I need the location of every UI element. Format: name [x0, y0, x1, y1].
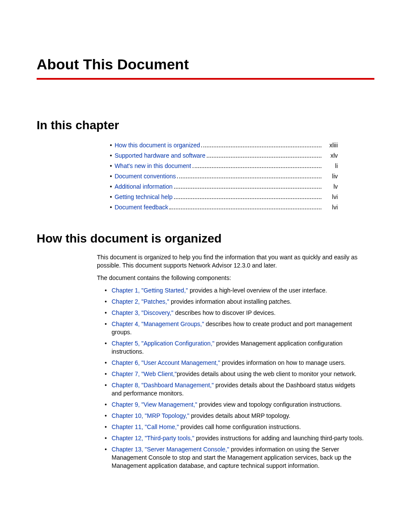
toc-link[interactable]: Supported hardware and software: [115, 150, 206, 161]
section-heading-how-organized: How this document is organized: [37, 232, 374, 246]
chapter-link[interactable]: Chapter 3, "Discovery,": [112, 309, 174, 316]
body-paragraph: The document contains the following comp…: [97, 274, 366, 282]
toc-leader-dots: [174, 188, 321, 189]
chapter-list-item: Chapter 10, "MRP Topology," provides det…: [105, 412, 366, 420]
toc-link[interactable]: Getting technical help: [115, 192, 173, 202]
toc: •How this document is organizedxliii•Sup…: [110, 140, 338, 212]
chapter-list-item: Chapter 6, "User Account Management," pr…: [105, 359, 366, 367]
chapter-description: provides a high-level overview of the us…: [188, 287, 327, 294]
chapter-description: provides call home configuration instruc…: [179, 423, 301, 430]
chapter-description: provides information on how to manage us…: [220, 359, 346, 366]
toc-leader-dots: [193, 167, 321, 168]
chapter-list-item: Chapter 13, "Server Management Console,"…: [105, 445, 366, 470]
chapter-link[interactable]: Chapter 4, "Management Groups,": [112, 320, 204, 327]
body-paragraph: This document is organized to help you f…: [97, 253, 366, 270]
toc-row: •Additional informationlv: [110, 181, 338, 192]
bullet-icon: •: [110, 150, 115, 161]
chapter-list-item: Chapter 4, "Management Groups," describe…: [105, 320, 366, 336]
toc-link[interactable]: How this document is organized: [115, 140, 200, 150]
chapter-link[interactable]: Chapter 6, "User Account Management,": [112, 359, 220, 366]
chapter-description: provides instructions for adding and lau…: [194, 435, 364, 442]
toc-row: •Document feedbacklvi: [110, 202, 338, 212]
document-page: About This Document In this chapter •How…: [0, 0, 411, 532]
toc-leader-dots: [201, 146, 321, 147]
toc-row: •What's new in this documentli: [110, 161, 338, 171]
toc-leader-dots: [177, 177, 321, 178]
bullet-icon: •: [110, 140, 115, 150]
toc-page-number: lv: [324, 181, 338, 192]
chapter-list-item: Chapter 7, "Web Client,"provides details…: [105, 370, 366, 378]
chapter-link[interactable]: Chapter 7, "Web Client,": [112, 370, 177, 377]
bullet-icon: •: [110, 202, 115, 212]
bullet-icon: •: [110, 161, 115, 171]
chapter-list-item: Chapter 5, "Application Configuration," …: [105, 339, 366, 356]
toc-page-number: lvi: [324, 202, 338, 212]
toc-page-number: xliii: [324, 140, 338, 150]
bullet-icon: •: [110, 171, 115, 181]
toc-leader-dots: [169, 208, 321, 209]
chapter-link[interactable]: Chapter 12, "Third-party tools,": [112, 435, 194, 442]
chapter-description: provides view and topology configuration…: [197, 401, 342, 408]
toc-leader-dots: [207, 157, 321, 158]
chapter-list-item: Chapter 9, "View Management," provides v…: [105, 401, 366, 409]
body-block: This document is organized to help you f…: [97, 253, 366, 470]
chapter-link[interactable]: Chapter 2, "Patches,": [112, 298, 169, 305]
toc-page-number: xlv: [324, 150, 338, 161]
chapter-list-item: Chapter 12, "Third-party tools," provide…: [105, 434, 366, 442]
toc-page-number: li: [324, 161, 338, 171]
bullet-icon: •: [110, 181, 115, 192]
chapter-list-item: Chapter 11, "Call Home," provides call h…: [105, 423, 366, 431]
chapter-list-item: Chapter 3, "Discovery," describes how to…: [105, 309, 366, 317]
toc-link[interactable]: Additional information: [115, 181, 173, 192]
chapter-description: provides details about using the web cli…: [177, 370, 356, 377]
toc-page-number: lvi: [324, 192, 338, 202]
chapter-list-item: Chapter 2, "Patches," provides informati…: [105, 298, 366, 306]
chapter-description: describes how to discover IP devices.: [174, 309, 276, 316]
toc-link[interactable]: Document conventions: [115, 171, 176, 181]
chapter-link[interactable]: Chapter 13, "Server Management Console,": [112, 446, 229, 453]
chapter-description: provides details about MRP topology.: [189, 412, 290, 419]
toc-row: •Document conventionsliv: [110, 171, 338, 181]
toc-leader-dots: [174, 198, 321, 199]
toc-link[interactable]: What's new in this document: [115, 161, 191, 171]
toc-row: •How this document is organizedxliii: [110, 140, 338, 150]
chapter-link[interactable]: Chapter 10, "MRP Topology,": [112, 412, 189, 419]
page-title: About This Document: [37, 56, 374, 73]
bullet-icon: •: [110, 192, 115, 202]
toc-page-number: liv: [324, 171, 338, 181]
toc-row: •Getting technical helplvi: [110, 192, 338, 202]
chapter-link[interactable]: Chapter 8, "Dashboard Management,": [112, 382, 214, 389]
chapter-list-item: Chapter 8, "Dashboard Management," provi…: [105, 381, 366, 398]
chapter-link[interactable]: Chapter 9, "View Management,": [112, 401, 197, 408]
chapter-description: provides information about installing pa…: [169, 298, 292, 305]
section-heading-in-this-chapter: In this chapter: [37, 118, 374, 132]
chapter-list-item: Chapter 1, "Getting Started," provides a…: [105, 286, 366, 295]
chapter-link[interactable]: Chapter 1, "Getting Started,": [112, 287, 188, 294]
chapter-list: Chapter 1, "Getting Started," provides a…: [105, 286, 366, 470]
chapter-link[interactable]: Chapter 5, "Application Configuration,": [112, 340, 215, 347]
title-rule: [37, 78, 374, 80]
toc-link[interactable]: Document feedback: [115, 202, 168, 212]
chapter-link[interactable]: Chapter 11, "Call Home,": [112, 423, 179, 430]
toc-row: •Supported hardware and softwarexlv: [110, 150, 338, 161]
